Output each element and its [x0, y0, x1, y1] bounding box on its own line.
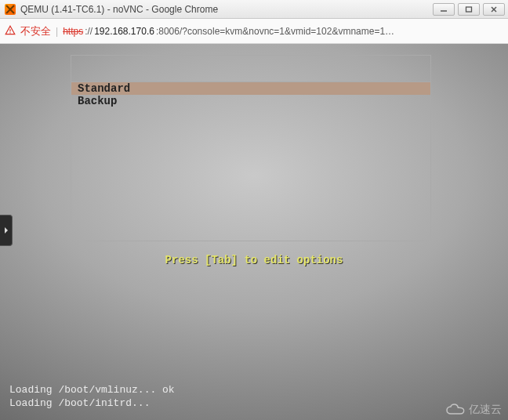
titlebar: QEMU (1.41-TC6.1) - noVNC - Google Chrom… [0, 0, 508, 19]
vnc-console[interactable]: Standard Backup Press [Tab] to edit opti… [0, 44, 508, 420]
svg-rect-1 [466, 7, 472, 12]
svg-marker-6 [5, 227, 8, 234]
minimize-button[interactable] [433, 3, 455, 16]
boot-menu: Standard Backup [71, 55, 431, 241]
address-bar: 不安全 | https://192.168.170.6:8006/?consol… [0, 19, 508, 44]
maximize-button[interactable] [458, 3, 480, 16]
url-field[interactable]: https://192.168.170.6:8006/?console=kvm&… [63, 26, 503, 37]
boot-hint: Press [Tab] to edit options [0, 254, 508, 266]
boot-item-label: Backup [78, 95, 117, 107]
svg-point-5 [9, 32, 10, 33]
url-path: :8006/?console=kvm&novnc=1&vmid=102&vmna… [156, 26, 503, 37]
qemu-app-icon [5, 4, 16, 15]
window: QEMU (1.41-TC6.1) - noVNC - Google Chrom… [0, 0, 508, 420]
addressbar-separator: | [56, 26, 58, 37]
boot-item-backup[interactable]: Backup [71, 95, 430, 107]
boot-menu-header [71, 56, 430, 82]
not-secure-label: 不安全 [20, 24, 51, 38]
boot-log-line: Loading /boot/initrd... [9, 397, 150, 409]
boot-log: Loading /boot/vmlinuz... ok Loading /boo… [9, 384, 499, 411]
url-host: 192.168.170.6 [94, 26, 154, 37]
boot-menu-list: Standard Backup [71, 82, 430, 107]
not-secure-icon [5, 25, 16, 38]
url-protocol: https [63, 26, 83, 37]
boot-item-label: Standard [78, 82, 130, 95]
close-button[interactable] [483, 3, 505, 16]
window-title: QEMU (1.41-TC6.1) - noVNC - Google Chrom… [20, 4, 428, 15]
boot-log-line: Loading /boot/vmlinuz... ok [9, 384, 175, 396]
window-controls [433, 3, 505, 16]
boot-item-standard[interactable]: Standard [71, 82, 430, 95]
novnc-panel-handle[interactable] [0, 215, 13, 246]
